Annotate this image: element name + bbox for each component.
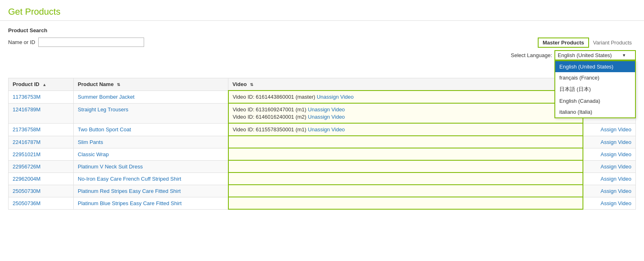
cell-video (228, 197, 583, 209)
assign-video-link[interactable]: Assign Video (600, 126, 631, 133)
cell-video (228, 160, 583, 173)
tab-master-products[interactable]: Master Products (538, 38, 589, 48)
cell-product-name: Platinum Blue Stripes Easy Care Fitted S… (74, 197, 228, 209)
video-id-text: Video ID: 6131609247001 (m1) (233, 106, 308, 113)
unassign-video-link[interactable]: Unassign Video (308, 106, 345, 113)
product-id-link[interactable]: 11736753M (13, 94, 41, 100)
unassign-video-link[interactable]: Unassign Video (308, 126, 345, 133)
product-name-link[interactable]: Platinum Blue Stripes Easy Care Fitted S… (78, 200, 182, 206)
table-row: 22956726MPlatinum V Neck Suit DressAssig… (9, 160, 636, 173)
table-row: 11736753MSummer Bomber JacketVideo ID: 6… (9, 91, 636, 103)
section-header: Product Search (8, 25, 636, 38)
product-id-link[interactable]: 12416789M (13, 106, 41, 113)
assign-video-link[interactable]: Assign Video (600, 139, 631, 145)
table-row: 12416789MStraight Leg TrousersVideo ID: … (9, 103, 636, 123)
table-header-row: Product ID ▲ Product Name ⇅ Video ⇅ (9, 78, 636, 91)
cell-assign-video: Assign Video (583, 123, 636, 136)
product-name-link[interactable]: Straight Leg Trousers (78, 106, 128, 113)
table-row: 21736758MTwo Button Sport CoatVideo ID: … (9, 123, 636, 136)
cell-product-id: 25050730M (9, 185, 74, 197)
cell-product-name: Classic Wrap (74, 148, 228, 160)
assign-video-link[interactable]: Assign Video (600, 164, 631, 170)
cell-video: Video ID: 6115578350001 (m1) Unassign Vi… (228, 123, 583, 136)
product-id-link[interactable]: 22416787M (13, 139, 41, 145)
cell-video: Video ID: 6161443860001 (master) Unassig… (228, 91, 583, 103)
page-title: Get Products (8, 7, 636, 17)
cell-assign-video: Assign Video (583, 185, 636, 197)
cell-product-id: 22956726M (9, 160, 74, 173)
language-option-en-us[interactable]: English (United States) (555, 61, 635, 72)
language-option-it-it[interactable]: italiano (Italia) (555, 106, 635, 117)
sort-arrow-product-name: ⇅ (117, 82, 120, 87)
assign-video-link[interactable]: Assign Video (600, 176, 631, 182)
product-name-link[interactable]: Classic Wrap (78, 151, 109, 157)
tab-variant-products[interactable]: Variant Products (589, 38, 636, 47)
table-row: 22962004MNo-Iron Easy Care French Cuff S… (9, 173, 636, 185)
product-name-link[interactable]: Platinum V Neck Suit Dress (78, 164, 143, 170)
cell-product-name: Platinum V Neck Suit Dress (74, 160, 228, 173)
video-id-text: Video ID: 6115578350001 (m1) (233, 126, 308, 133)
language-option-fr-fr[interactable]: français (France) (555, 72, 635, 83)
cell-assign-video: Assign Video (583, 136, 636, 148)
cell-video (228, 148, 583, 160)
product-name-link[interactable]: Summer Bomber Jacket (78, 94, 134, 100)
products-table: Product ID ▲ Product Name ⇅ Video ⇅ 1173… (8, 78, 636, 210)
video-line: Video ID: 6131609247001 (m1) Unassign Vi… (233, 106, 578, 113)
sort-arrow-video: ⇅ (250, 82, 253, 87)
product-id-link[interactable]: 22956726M (13, 164, 41, 170)
cell-product-name: Straight Leg Trousers (74, 103, 228, 123)
language-select-display[interactable]: English (United States) ▼ (554, 50, 636, 60)
table-row: 22416787MSlim PantsAssign Video (9, 136, 636, 148)
cell-video (228, 136, 583, 148)
cell-video (228, 173, 583, 185)
cell-product-id: 22951021M (9, 148, 74, 160)
col-product-id[interactable]: Product ID ▲ (9, 78, 74, 91)
cell-video (228, 185, 583, 197)
cell-video: Video ID: 6131609247001 (m1) Unassign Vi… (228, 103, 583, 123)
video-line: Video ID: 6115578350001 (m1) Unassign Vi… (233, 126, 578, 133)
product-name-link[interactable]: Platinum Red Stripes Easy Care Fitted Sh… (78, 188, 181, 194)
assign-video-link[interactable]: Assign Video (600, 188, 631, 194)
cell-product-name: Slim Pants (74, 136, 228, 148)
cell-product-id: 25050736M (9, 197, 74, 209)
assign-video-link[interactable]: Assign Video (600, 151, 631, 157)
name-id-input[interactable] (38, 38, 144, 47)
unassign-video-link[interactable]: Unassign Video (317, 94, 354, 100)
product-name-link[interactable]: Slim Pants (78, 139, 103, 145)
col-product-name[interactable]: Product Name ⇅ (74, 78, 228, 91)
product-id-link[interactable]: 22962004M (13, 176, 41, 182)
cell-product-name: Platinum Red Stripes Easy Care Fitted Sh… (74, 185, 228, 197)
sort-arrow-product-id: ▲ (42, 82, 46, 87)
col-video[interactable]: Video ⇅ (228, 78, 583, 91)
video-id-text: Video ID: 6146016240001 (m2) (233, 114, 308, 120)
cell-assign-video: Assign Video (583, 148, 636, 160)
language-label: Select Language: (511, 52, 552, 58)
video-line: Video ID: 6161443860001 (master) Unassig… (233, 94, 578, 100)
cell-product-name: No-Iron Easy Care French Cuff Striped Sh… (74, 173, 228, 185)
product-id-link[interactable]: 25050730M (13, 188, 41, 194)
table-row: 25050736MPlatinum Blue Stripes Easy Care… (9, 197, 636, 209)
cell-product-id: 21736758M (9, 123, 74, 136)
assign-video-link[interactable]: Assign Video (600, 200, 631, 206)
cell-product-id: 12416789M (9, 103, 74, 123)
unassign-video-link[interactable]: Unassign Video (308, 114, 345, 120)
cell-product-id: 22962004M (9, 173, 74, 185)
product-name-link[interactable]: No-Iron Easy Care French Cuff Striped Sh… (78, 176, 181, 182)
cell-product-id: 11736753M (9, 91, 74, 103)
name-id-label: Name or ID (8, 39, 35, 45)
table-row: 25050730MPlatinum Red Stripes Easy Care … (9, 185, 636, 197)
table-row: 22951021MClassic WrapAssign Video (9, 148, 636, 160)
language-option-en-ca[interactable]: English (Canada) (555, 95, 635, 106)
cell-product-name: Two Button Sport Coat (74, 123, 228, 136)
language-dropdown: English (United States) français (France… (554, 60, 636, 118)
cell-assign-video: Assign Video (583, 173, 636, 185)
product-id-link[interactable]: 22951021M (13, 151, 41, 157)
language-option-ja-jp[interactable]: 日本語 (日本) (555, 83, 635, 95)
cell-assign-video: Assign Video (583, 160, 636, 173)
product-name-link[interactable]: Two Button Sport Coat (78, 126, 131, 133)
cell-product-id: 22416787M (9, 136, 74, 148)
product-id-link[interactable]: 21736758M (13, 126, 41, 133)
product-id-link[interactable]: 25050736M (13, 200, 41, 206)
video-id-text: Video ID: 6161443860001 (master) (233, 94, 317, 100)
cell-assign-video: Assign Video (583, 197, 636, 209)
